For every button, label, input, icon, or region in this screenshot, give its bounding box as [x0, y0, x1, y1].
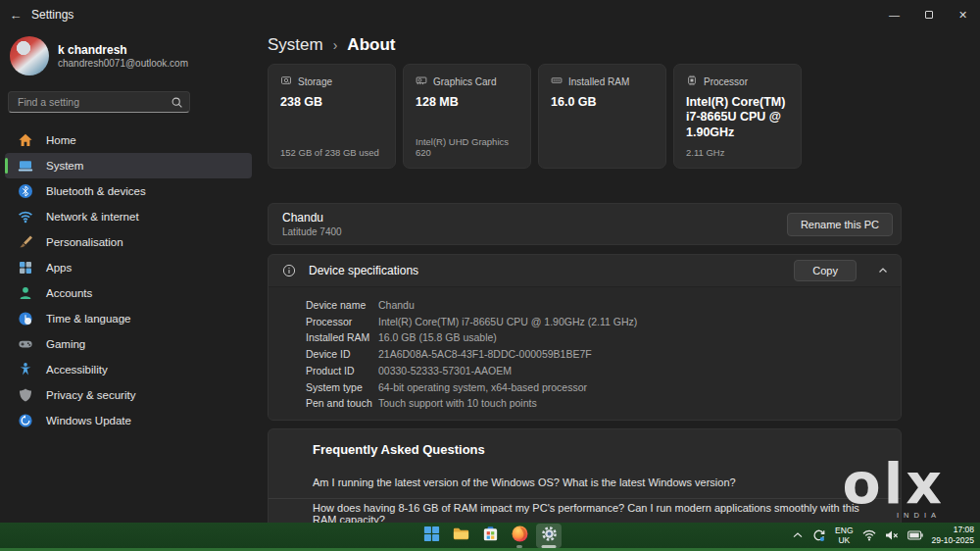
window-title: Settings: [31, 8, 74, 22]
spec-value: 00330-52333-57301-AAOEM: [378, 363, 512, 379]
time-language-icon: [18, 311, 33, 326]
profile[interactable]: k chandresh chandresh0071@outlook.com: [10, 36, 257, 75]
system-icon: [18, 158, 33, 174]
table-row: Device ID21A6D08A-5AC8-43F1-8DDC-000059B…: [306, 346, 901, 363]
sidebar-item-label: Windows Update: [46, 415, 131, 426]
storage-icon: [280, 75, 292, 88]
sidebar-item-accessibility[interactable]: Accessibility: [5, 357, 252, 382]
minimize-icon: —: [889, 9, 900, 21]
sidebar-item-label: Network & internet: [46, 211, 139, 223]
spec-value: Touch support with 10 touch points: [378, 395, 537, 412]
copy-button[interactable]: Copy: [794, 260, 857, 281]
sidebar-item-network[interactable]: Network & internet: [5, 204, 252, 229]
avatar: [10, 36, 49, 75]
chevron-up-icon[interactable]: [877, 265, 889, 276]
device-specifications-header[interactable]: Device specifications Copy: [269, 255, 901, 287]
spec-value: Chandu: [378, 297, 415, 314]
language-indicator[interactable]: ENG UK: [835, 526, 853, 545]
processor-icon: [686, 75, 698, 88]
table-row: Product ID00330-52333-57301-AAOEM: [306, 363, 901, 379]
breadcrumb-separator-icon: ›: [333, 37, 338, 53]
device-name-section: Chandu Latitude 7400 Rename this PC: [268, 203, 902, 245]
settings-window: ← Settings — ✕ k chandresh chandresh0071…: [0, 0, 980, 551]
table-row: System type64-bit operating system, x64-…: [306, 379, 901, 396]
sidebar-item-windows-update[interactable]: Windows Update: [5, 408, 252, 433]
tray-chevron-up-icon[interactable]: [793, 532, 803, 538]
store-button[interactable]: [477, 524, 503, 548]
sidebar-item-label: Personalisation: [46, 236, 123, 248]
maximize-icon: [925, 11, 933, 19]
file-explorer-button[interactable]: [448, 524, 473, 548]
sidebar-item-label: System: [46, 160, 83, 172]
sidebar-item-label: Apps: [46, 262, 72, 274]
sidebar-item-home[interactable]: Home: [5, 127, 252, 153]
breadcrumb-parent[interactable]: System: [268, 35, 323, 55]
table-row: Installed RAM16.0 GB (15.8 GB usable): [306, 329, 901, 346]
language-line2: UK: [835, 535, 853, 545]
firefox-button[interactable]: [507, 524, 532, 548]
profile-email: chandresh0071@outlook.com: [58, 58, 188, 69]
sidebar-item-bluetooth[interactable]: Bluetooth & devices: [5, 178, 252, 204]
maximize-button[interactable]: [911, 0, 946, 29]
settings-taskbar-button[interactable]: [536, 524, 562, 548]
sidebar-item-apps[interactable]: Apps: [5, 255, 252, 280]
search-icon: [171, 95, 183, 108]
volume-muted-icon[interactable]: [885, 529, 899, 541]
spec-label: System type: [306, 379, 378, 396]
sidebar-item-time-language[interactable]: Time & language: [5, 306, 252, 331]
apps-icon: [18, 260, 33, 276]
spec-value: 64-bit operating system, x64-based proce…: [378, 379, 587, 396]
card-value: Intel(R) Core(TM) i7-8665U CPU @ 1.90GHz: [686, 95, 789, 140]
sidebar-item-system[interactable]: System: [5, 153, 252, 178]
sidebar-item-label: Accounts: [46, 287, 92, 299]
spec-label: Installed RAM: [306, 329, 378, 346]
close-icon: ✕: [958, 9, 967, 22]
start-button[interactable]: [418, 524, 444, 548]
rename-pc-button[interactable]: Rename this PC: [787, 213, 893, 236]
graphics-card-card[interactable]: Graphics Card 128 MB Intel(R) UHD Graphi…: [403, 64, 531, 169]
page-title: About: [347, 35, 395, 55]
titlebar: ← Settings — ✕: [0, 0, 980, 29]
running-indicator: [516, 545, 522, 548]
sidebar-item-label: Home: [46, 134, 76, 146]
sidebar-item-label: Time & language: [46, 313, 131, 325]
sidebar-item-gaming[interactable]: Gaming: [5, 331, 252, 357]
card-caption: 152 GB of 238 GB used: [280, 147, 383, 158]
sidebar-item-personalisation[interactable]: Personalisation: [5, 229, 252, 255]
back-button[interactable]: ←: [0, 0, 31, 29]
processor-card[interactable]: Processor Intel(R) Core(TM) i7-8665U CPU…: [673, 64, 802, 169]
wifi-icon[interactable]: [862, 529, 876, 541]
spec-value: 21A6D08A-5AC8-43F1-8DDC-000059B1BE7F: [378, 346, 592, 363]
settings-gear-icon: [540, 525, 559, 547]
sidebar-item-privacy[interactable]: Privacy & security: [5, 382, 252, 408]
faq-question[interactable]: Am I running the latest version of the W…: [269, 467, 901, 498]
spec-value: Intel(R) Core(TM) i7-8665U CPU @ 1.90GHz…: [378, 314, 637, 330]
personalisation-icon: [18, 234, 33, 250]
accessibility-icon: [18, 362, 33, 377]
active-app-indicator: [542, 545, 557, 548]
table-row: ProcessorIntel(R) Core(TM) i7-8665U CPU …: [306, 314, 901, 330]
info-icon: [282, 264, 296, 277]
minimize-button[interactable]: —: [877, 0, 911, 29]
search-input[interactable]: [8, 91, 190, 113]
network-icon: [18, 209, 33, 225]
installed-ram-card[interactable]: Installed RAM 16.0 GB: [538, 64, 666, 169]
storage-card[interactable]: Storage 238 GB 152 GB of 238 GB used: [268, 64, 396, 169]
sidebar-nav: Home System Bluetooth & devices Network …: [0, 127, 257, 433]
battery-icon[interactable]: [907, 530, 923, 540]
windows-update-tray-icon[interactable]: [811, 528, 826, 543]
spec-label: Product ID: [306, 363, 378, 379]
card-caption: 2.11 GHz: [686, 147, 789, 158]
device-name: Chandu: [282, 211, 342, 226]
sidebar-item-accounts[interactable]: Accounts: [5, 280, 252, 306]
language-line1: ENG: [835, 526, 853, 535]
spec-label: Pen and touch: [306, 395, 378, 412]
close-button[interactable]: ✕: [946, 0, 980, 29]
chevron-down-icon: [867, 476, 879, 488]
windows-update-icon: [18, 413, 33, 428]
privacy-shield-icon: [18, 387, 33, 403]
gaming-icon: [18, 336, 33, 352]
card-label: Graphics Card: [433, 76, 496, 87]
spec-value: 16.0 GB (15.8 GB usable): [378, 329, 497, 346]
clock[interactable]: 17:08 29-10-2025: [932, 525, 974, 546]
